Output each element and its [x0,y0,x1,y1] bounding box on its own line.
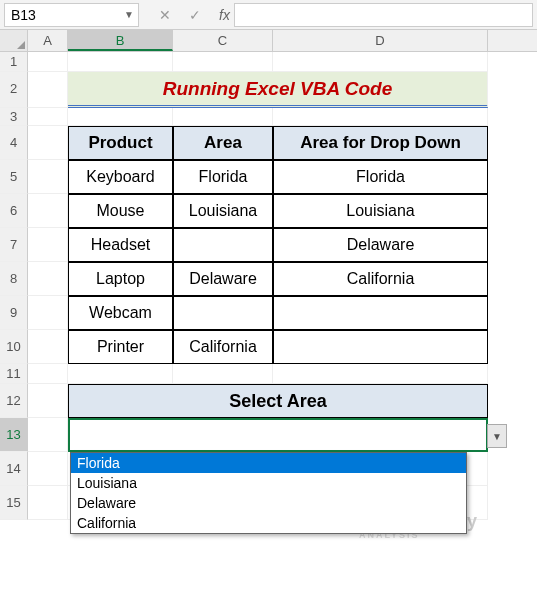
row-7: 7 Headset Delaware [0,228,537,262]
cell[interactable] [28,262,68,296]
table-cell[interactable]: Florida [173,160,273,194]
row-5: 5 Keyboard Florida Florida [0,160,537,194]
row-8: 8 Laptop Delaware California [0,262,537,296]
row-4: 4 Product Area Area for Drop Down [0,126,537,160]
row-3: 3 [0,108,537,126]
cell[interactable] [173,52,273,72]
dropdown-list: Florida Louisiana Delaware California [70,452,467,534]
table-cell[interactable]: Webcam [68,296,173,330]
cell[interactable] [273,108,488,126]
row-1: 1 [0,52,537,72]
row-header[interactable]: 2 [0,72,28,108]
row-header[interactable]: 6 [0,194,28,228]
table-cell[interactable]: Louisiana [173,194,273,228]
table-cell[interactable] [273,296,488,330]
dropdown-button[interactable]: ▼ [487,424,507,448]
cell[interactable] [28,126,68,160]
row-2: 2 Running Excel VBA Code [0,72,537,108]
row-12: 12 Select Area [0,384,537,418]
cell[interactable] [28,384,68,418]
fx-icon[interactable]: fx [219,7,230,23]
table-cell[interactable]: Headset [68,228,173,262]
table-cell[interactable]: Keyboard [68,160,173,194]
col-header-b[interactable]: B [68,30,173,51]
dropdown-item[interactable]: Louisiana [71,473,466,493]
table-cell[interactable]: Printer [68,330,173,364]
cell[interactable] [28,108,68,126]
table-cell[interactable] [173,228,273,262]
col-header-d[interactable]: D [273,30,488,51]
row-header[interactable]: 5 [0,160,28,194]
cell[interactable] [28,486,68,520]
table-cell[interactable]: Mouse [68,194,173,228]
row-header[interactable]: 9 [0,296,28,330]
row-header[interactable]: 1 [0,52,28,72]
cell[interactable] [28,160,68,194]
dropdown-item[interactable]: Florida [71,453,466,473]
formula-bar-row: B13 ▼ ✕ ✓ fx [0,0,537,30]
row-11: 11 [0,364,537,384]
select-area-header[interactable]: Select Area [68,384,488,418]
row-header[interactable]: 11 [0,364,28,384]
cell[interactable] [68,364,173,384]
table-cell[interactable]: Laptop [68,262,173,296]
table-cell[interactable]: Delaware [173,262,273,296]
row-header[interactable]: 7 [0,228,28,262]
row-header[interactable]: 4 [0,126,28,160]
cell[interactable] [68,52,173,72]
dropdown-item[interactable]: California [71,513,466,533]
cell[interactable] [273,52,488,72]
cell[interactable] [68,108,173,126]
cell[interactable] [273,364,488,384]
cell[interactable] [28,364,68,384]
cell[interactable] [173,364,273,384]
name-box[interactable]: B13 ▼ [4,3,139,27]
row-9: 9 Webcam [0,296,537,330]
row-6: 6 Mouse Louisiana Louisiana [0,194,537,228]
chevron-down-icon: ▼ [492,431,502,442]
table-cell[interactable]: Louisiana [273,194,488,228]
table-cell[interactable]: Florida [273,160,488,194]
table-cell[interactable] [273,330,488,364]
enter-icon: ✓ [189,7,201,23]
table-cell[interactable]: California [273,262,488,296]
row-header[interactable]: 8 [0,262,28,296]
table-cell[interactable]: Delaware [273,228,488,262]
spreadsheet-grid: A B C D 1 2 Running Excel VBA Code 3 4 P… [0,30,537,520]
row-header[interactable]: 15 [0,486,28,520]
table-cell[interactable] [173,296,273,330]
formula-buttons: ✕ ✓ fx [159,7,230,23]
header-product[interactable]: Product [68,126,173,160]
row-13: 13 ▼ Florida Louisiana Delaware Californ… [0,418,537,452]
col-header-a[interactable]: A [28,30,68,51]
title-cell[interactable]: Running Excel VBA Code [68,72,488,108]
cell[interactable] [28,418,68,452]
header-dropdown[interactable]: Area for Drop Down [273,126,488,160]
dropdown-cell[interactable]: ▼ Florida Louisiana Delaware California [68,418,488,452]
cancel-icon: ✕ [159,7,171,23]
column-headers: A B C D [0,30,537,52]
row-header[interactable]: 12 [0,384,28,418]
row-header[interactable]: 10 [0,330,28,364]
row-header[interactable]: 13 [0,418,28,452]
row-10: 10 Printer California [0,330,537,364]
formula-bar[interactable] [234,3,533,27]
table-cell[interactable]: California [173,330,273,364]
cell[interactable] [28,452,68,486]
row-header[interactable]: 14 [0,452,28,486]
row-header[interactable]: 3 [0,108,28,126]
cell[interactable] [28,52,68,72]
select-all-corner[interactable] [0,30,28,51]
dropdown-item[interactable]: Delaware [71,493,466,513]
cell[interactable] [28,194,68,228]
cell[interactable] [28,72,68,108]
cell[interactable] [173,108,273,126]
chevron-down-icon[interactable]: ▼ [124,9,134,20]
cell[interactable] [28,296,68,330]
header-area[interactable]: Area [173,126,273,160]
name-box-value: B13 [11,7,36,23]
cell[interactable] [28,330,68,364]
col-header-c[interactable]: C [173,30,273,51]
cell[interactable] [28,228,68,262]
